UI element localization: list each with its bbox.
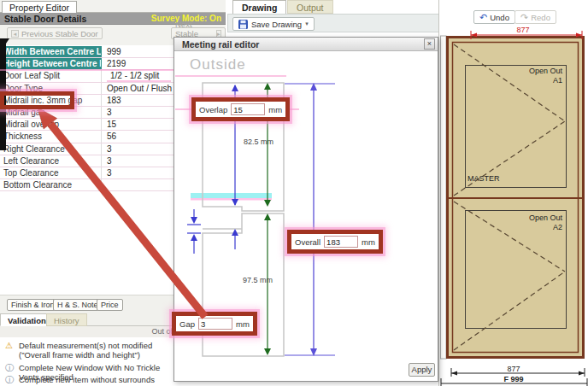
save-drawing-button[interactable]: Save Drawing ▾ [232,17,315,31]
dim-frame-value: F 999 [503,375,523,383]
validation-message: Default measurement(s) not modified ("Ov… [19,341,181,360]
overlap-unit: mm [268,105,282,114]
left-tab-strip: Property Editor [0,0,226,13]
redo-button[interactable]: ↷ Redo [514,10,556,24]
gap-field-group: Gap mm [172,312,257,336]
panel-title: Stable Door Details [4,14,86,24]
master-label: MASTER [467,174,500,183]
overall-input[interactable] [324,236,358,248]
leaf-a1-id: A1 [553,76,562,85]
redo-icon: ↷ [520,12,528,23]
info-icon: ⓘ [5,362,15,374]
overall-field-group: Overall mm [287,230,383,254]
artifact-line [107,80,171,82]
validation-message: Complete new item without surrounds [19,375,181,384]
gap-label: Gap [179,319,195,329]
tab-drawing[interactable]: Drawing [232,0,286,14]
price-button[interactable]: Price [97,299,123,311]
artifact-line [0,69,173,71]
close-icon[interactable]: × [424,38,435,50]
tab-output[interactable]: Output [287,0,333,14]
dialog-title-bar[interactable]: Meeting rail editor × [174,38,438,51]
drawing-tab-strip: Drawing Output [227,0,438,14]
dim-top-value: 877 [516,26,529,34]
dialog-title: Meeting rail editor [182,39,259,50]
overall-unit: mm [362,237,375,247]
out-of-date-status: Out of date [0,326,193,337]
overlap-label: Overlap [199,105,227,114]
overlap-field-group: Overlap mm [191,97,290,121]
dim-97-label: 97.5 mm [243,276,273,284]
application-window: Property Editor Stable Door Details Surv… [0,0,588,386]
undo-icon: ↶ [479,12,487,23]
tab-history[interactable]: History [46,313,87,326]
dim-bottom-value: 877 [507,365,520,373]
artifact-line [175,75,286,77]
tab-property-editor[interactable]: Property Editor [2,1,77,14]
info-icon: ⓘ [5,374,15,386]
previous-stable-door-button[interactable]: ◂ Previous Stable Door [7,27,103,39]
dim-82-label: 82.5 mm [244,137,273,146]
leaf-a2-id: A2 [553,223,562,231]
warning-icon: ⚠ [5,341,15,350]
overall-label: Overall [295,237,320,247]
undo-button[interactable]: ↶ Undo [473,10,515,24]
gap-input[interactable] [198,318,232,330]
save-dropdown-caret[interactable]: ▾ [305,20,309,27]
drawing-toolbar: Save Drawing ▾ [227,14,438,32]
save-icon [238,20,248,29]
leaf-a2-label: Open Out [529,213,563,222]
gap-unit: mm [236,319,250,329]
stable-door-drawing[interactable]: Open Out A1 MASTER Open Out A2 877 877 F… [432,24,588,386]
midrail-annotation-box [0,91,74,109]
overlap-input[interactable] [231,103,265,115]
previous-icon: ◂ [11,30,19,38]
surround-strip [441,36,447,359]
leaf-a1-label: Open Out [529,67,563,75]
